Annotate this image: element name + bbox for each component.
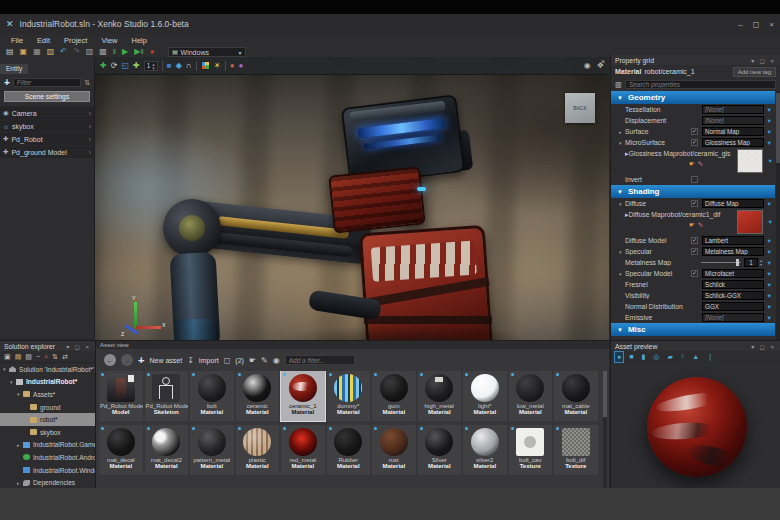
asset-tile[interactable]: high_metal Material: [418, 371, 462, 421]
asset-tile[interactable]: dummy* Material: [327, 371, 371, 421]
dropdown-caret-icon[interactable]: ▼: [764, 140, 772, 146]
link-icon[interactable]: ▨: [86, 47, 94, 57]
panel-buttons[interactable]: ▾ ◻ ×: [66, 343, 91, 350]
menu-item[interactable]: View: [94, 36, 124, 45]
maximize-button[interactable]: ◻: [753, 20, 760, 29]
asset-tile[interactable]: mat_decal2 Material: [145, 425, 189, 475]
cone-preview-icon[interactable]: ▲: [690, 352, 701, 362]
menu-item[interactable]: Edit: [30, 36, 57, 45]
invert-checkbox[interactable]: [691, 176, 698, 183]
solution-tree-item[interactable]: ▾ Solution 'IndustrialRobot*': [0, 363, 95, 376]
clear-reference-icon[interactable]: ✎: [698, 160, 703, 168]
prop-row-normal-distribution[interactable]: Normal Distribution GGX ▼: [611, 301, 775, 312]
dropdown-caret-icon[interactable]: ▼: [768, 158, 773, 164]
microsurface-checkbox[interactable]: [691, 139, 698, 146]
sphere-preview-icon[interactable]: ●: [615, 352, 623, 362]
metalness-slider[interactable]: [701, 262, 741, 263]
solution-tree-item[interactable]: ▸ IndustrialRobot.Game: [0, 439, 95, 452]
asset-tile[interactable]: Pd_Robot Model S... Skeleton: [145, 371, 189, 421]
property-search-input[interactable]: [625, 80, 776, 89]
magnet-icon[interactable]: ∩: [186, 61, 192, 70]
glossiness-texture-thumbnail[interactable]: [737, 149, 763, 173]
dropdown-caret-icon[interactable]: ▼: [764, 282, 772, 288]
diffuse-texture-thumbnail[interactable]: [737, 210, 763, 234]
tab-entity[interactable]: Entity: [0, 64, 28, 74]
solution-tree-item[interactable]: IndustrialRobot.Windows: [0, 464, 95, 477]
chevron-right-icon[interactable]: ›: [89, 110, 91, 117]
light-preview-icon[interactable]: ❘: [705, 352, 715, 362]
asset-tile[interactable]: Rubber Material: [327, 425, 371, 475]
asset-tile[interactable]: red_metal Material: [281, 425, 325, 475]
asset-tile[interactable]: rust Material: [372, 425, 416, 475]
prop-row-diffuse[interactable]: ▾ Diffuse Diffuse Map ▼: [611, 198, 775, 209]
new-asset-button[interactable]: New asset: [149, 357, 182, 364]
prop-row-fresnel[interactable]: Fresnel Schlick ▼: [611, 279, 775, 290]
specular-model-checkbox[interactable]: [691, 270, 698, 277]
record-icon[interactable]: ●: [150, 47, 155, 57]
dropdown-caret-icon[interactable]: ▼: [764, 271, 772, 277]
cube-mode-icon[interactable]: ■: [167, 61, 172, 70]
asset-tile[interactable]: pattern_metal Material: [190, 425, 234, 475]
asset-tile[interactable]: plastic Material: [236, 425, 280, 475]
copy-icon[interactable]: ▩: [99, 47, 107, 57]
section-misc[interactable]: ▼ Misc: [611, 323, 775, 336]
dropdown-caret-icon[interactable]: ▼: [764, 118, 772, 124]
menu-item[interactable]: File: [4, 36, 30, 45]
menu-item[interactable]: Project: [57, 36, 94, 45]
sync-icon[interactable]: ⇄: [62, 353, 68, 361]
solution-tree-item[interactable]: skybox: [0, 426, 95, 439]
undo-icon[interactable]: ↶: [60, 47, 67, 57]
lighting-probe-icon[interactable]: ●: [230, 61, 235, 70]
asset-tile[interactable]: ceramic Material: [236, 371, 280, 421]
view-cube-gizmo[interactable]: BACK: [565, 93, 595, 123]
asset-tile[interactable]: low_metal Material: [509, 371, 553, 421]
chevron-right-icon[interactable]: ›: [89, 123, 91, 130]
save-icon[interactable]: ▦: [33, 47, 41, 57]
prop-row-tessellation[interactable]: Tessellation [None] ▼: [611, 104, 775, 115]
prop-row-diffuse-map[interactable]: ▸ Diffuse Map robot/ceramic1_dif ☛✎ ▼: [611, 209, 775, 235]
dropdown-caret-icon[interactable]: ▼: [764, 201, 772, 207]
prop-row-invert[interactable]: Invert ▼: [611, 174, 775, 185]
prop-row-microsurface[interactable]: ▾ MicroSurface Glossiness Map ▼: [611, 137, 775, 148]
prop-row-displacement[interactable]: Displacement [None] ▼: [611, 115, 775, 126]
hand-pick-icon[interactable]: ☛: [689, 221, 695, 229]
back-button[interactable]: ←: [104, 354, 116, 366]
cylinder-preview-icon[interactable]: ▮: [639, 352, 647, 362]
asset-tile[interactable]: gum Material: [372, 371, 416, 421]
edit-pencil-icon[interactable]: ✎: [261, 356, 268, 365]
delete-icon[interactable]: ×: [44, 353, 48, 360]
asset-tile[interactable]: Pd_Robot Model Model: [99, 371, 143, 421]
selection-counter-icon[interactable]: ◻: [224, 356, 231, 365]
prop-row-specular-model[interactable]: ▾ Specular Model Microfacet ▼: [611, 268, 775, 279]
forward-button[interactable]: →: [121, 354, 133, 366]
asset-filter-input[interactable]: [285, 355, 355, 365]
pause-icon[interactable]: ‖: [113, 47, 116, 57]
prop-row-emissive[interactable]: Emissive [None] ▼: [611, 312, 775, 323]
prop-row-metalness-map[interactable]: Metalness Map 1 ▴▾ ▼: [611, 257, 775, 268]
dropdown-caret-icon[interactable]: ▼: [764, 315, 772, 321]
prop-row-diffuse-model[interactable]: Diffuse Model Lambert ▼: [611, 235, 775, 246]
surface-checkbox[interactable]: [691, 128, 698, 135]
open-icon[interactable]: ▣: [20, 47, 28, 57]
copy-icon[interactable]: ▧: [25, 353, 32, 361]
dropdown-caret-icon[interactable]: ▼: [764, 129, 772, 135]
new-file-icon[interactable]: ▤: [6, 47, 14, 57]
new-asset-plus-icon[interactable]: +: [138, 356, 144, 364]
property-grid-scrollbar[interactable]: [776, 91, 780, 352]
asset-tile[interactable]: light* Material: [463, 371, 507, 421]
asset-tile[interactable]: Silver Material: [418, 425, 462, 475]
dropdown-caret-icon[interactable]: ▼: [768, 219, 773, 225]
collapse-all-icon[interactable]: ▣: [4, 353, 11, 361]
entity-tree-item[interactable]: ☼ skybox ›: [0, 119, 94, 132]
property-grid-header[interactable]: Property grid ▾ ◻ ×: [611, 55, 780, 65]
add-entity-button[interactable]: +: [4, 79, 10, 87]
entity-tree-item[interactable]: ✚ Pd_ground Model ›: [0, 145, 94, 158]
viewport-close-icon[interactable]: ×: [601, 58, 605, 65]
solution-tree-item[interactable]: ▾ Assets*: [0, 388, 95, 401]
dropdown-caret-icon[interactable]: ▼: [764, 249, 772, 255]
eye-icon[interactable]: ◉: [273, 356, 280, 365]
plane-preview-icon[interactable]: ▰: [665, 352, 674, 362]
section-geometry[interactable]: ▼ Geometry: [611, 91, 775, 104]
diffuse-checkbox[interactable]: [691, 200, 698, 207]
clear-reference-icon[interactable]: ✎: [698, 221, 703, 229]
